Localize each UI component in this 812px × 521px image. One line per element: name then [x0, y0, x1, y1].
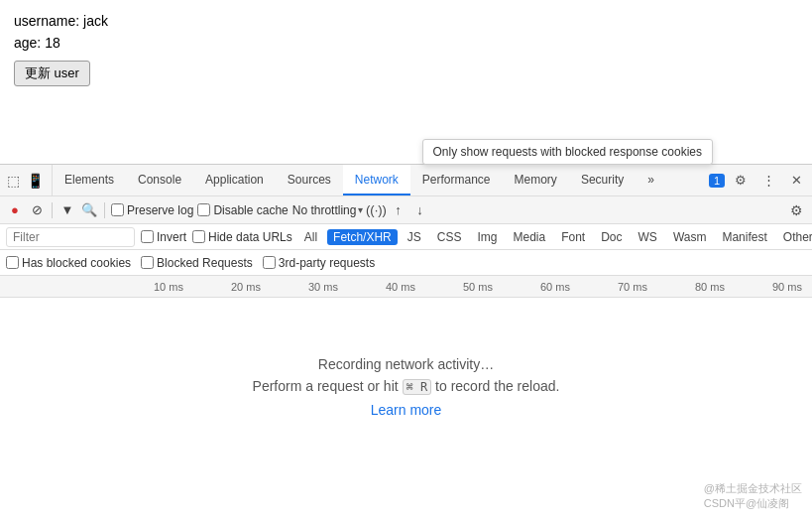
tab-more[interactable]: »	[636, 165, 666, 195]
has-blocked-cookies-label[interactable]: Has blocked cookies	[6, 256, 131, 270]
devtools-icons: ⬚ 📱	[4, 165, 53, 195]
hide-data-urls-label[interactable]: Hide data URLs	[192, 230, 292, 244]
tick-90ms: 90 ms	[772, 281, 812, 293]
network-settings-icon[interactable]: ⚙	[786, 200, 806, 220]
tick-50ms: 50 ms	[463, 281, 540, 293]
throttle-arrow-icon: ▾	[358, 204, 363, 215]
tooltip-box: Only show requests with blocked response…	[422, 139, 713, 165]
learn-more-link[interactable]: Learn more	[371, 402, 442, 418]
upload-icon[interactable]: ↑	[389, 201, 406, 219]
recording-text: Recording network activity…	[318, 356, 494, 372]
tab-list: Elements Console Application Sources Net…	[53, 165, 709, 195]
filter-chip-manifest[interactable]: Manifest	[716, 229, 772, 245]
devtools-panel: ⬚ 📱 Elements Console Application Sources…	[0, 164, 812, 476]
has-blocked-cookies-checkbox[interactable]	[6, 256, 19, 269]
filter-chip-fetch-xhr[interactable]: Fetch/XHR	[327, 229, 398, 245]
subfilter-bar: Has blocked cookies Blocked Requests 3rd…	[0, 250, 812, 276]
separator-2	[104, 202, 105, 218]
filter-chip-img[interactable]: Img	[471, 229, 503, 245]
throttle-label: No throttling	[292, 203, 357, 217]
filter-chip-doc[interactable]: Doc	[595, 229, 628, 245]
third-party-label[interactable]: 3rd-party requests	[263, 256, 375, 270]
close-devtools-button[interactable]: ✕	[784, 169, 808, 193]
tick-80ms: 80 ms	[695, 281, 772, 293]
tick-70ms: 70 ms	[618, 281, 695, 293]
age-label: age: 18	[14, 32, 798, 54]
update-user-button[interactable]: 更新 user	[14, 61, 90, 86]
tab-memory[interactable]: Memory	[503, 165, 569, 195]
filter-chip-media[interactable]: Media	[507, 229, 551, 245]
device-icon[interactable]: 📱	[26, 172, 44, 190]
watermark: @稀土掘金技术社区CSDN平@仙凌阁	[704, 481, 802, 511]
record-button[interactable]: ●	[6, 201, 24, 219]
tab-application[interactable]: Application	[193, 165, 276, 195]
more-options-button[interactable]: ⋮	[756, 169, 780, 193]
notification-badge[interactable]: 1	[709, 174, 725, 188]
tick-40ms: 40 ms	[386, 281, 463, 293]
tab-network[interactable]: Network	[343, 165, 410, 195]
filter-chip-all[interactable]: All	[298, 229, 323, 245]
filter-button[interactable]: ▼	[58, 201, 76, 219]
hide-data-urls-checkbox[interactable]	[192, 230, 205, 243]
filter-chip-css[interactable]: CSS	[431, 229, 468, 245]
tabs-bar: ⬚ 📱 Elements Console Application Sources…	[0, 165, 812, 196]
tab-performance[interactable]: Performance	[410, 165, 503, 195]
filter-input[interactable]	[6, 227, 135, 247]
search-button[interactable]: 🔍	[80, 201, 98, 219]
filter-chip-other[interactable]: Other	[777, 229, 812, 245]
disable-cache-label[interactable]: Disable cache	[197, 203, 288, 217]
tab-sources[interactable]: Sources	[276, 165, 343, 195]
preserve-log-label[interactable]: Preserve log	[111, 203, 193, 217]
invert-checkbox[interactable]	[141, 230, 154, 243]
tab-security[interactable]: Security	[569, 165, 636, 195]
filter-chips: All Fetch/XHR JS CSS Img Media Font Doc …	[298, 229, 812, 245]
inspect-icon[interactable]: ⬚	[4, 172, 22, 190]
download-icon[interactable]: ↓	[410, 201, 428, 219]
tick-30ms: 30 ms	[308, 281, 386, 293]
filter-chip-js[interactable]: JS	[402, 229, 427, 245]
disable-cache-checkbox[interactable]	[197, 203, 210, 216]
tooltip-area: Only show requests with blocked response…	[0, 134, 812, 164]
filter-chip-wasm[interactable]: Wasm	[667, 229, 713, 245]
invert-label[interactable]: Invert	[141, 230, 186, 244]
main-panel: Recording network activity… Perform a re…	[0, 298, 812, 476]
wifi-icon[interactable]: ((·))	[367, 201, 385, 219]
blocked-requests-label[interactable]: Blocked Requests	[141, 256, 253, 270]
clear-button[interactable]: ⊘	[28, 201, 46, 219]
blocked-requests-checkbox[interactable]	[141, 256, 154, 269]
throttle-control[interactable]: No throttling ▾	[292, 203, 364, 217]
tick-10ms: 10 ms	[154, 281, 231, 293]
third-party-checkbox[interactable]	[263, 256, 276, 269]
tick-60ms: 60 ms	[540, 281, 618, 293]
settings-button[interactable]: ⚙	[729, 169, 753, 193]
tab-elements[interactable]: Elements	[53, 165, 126, 195]
tab-right-controls: 1 ⚙ ⋮ ✕	[709, 169, 812, 193]
timeline-header: 10 ms 20 ms 30 ms 40 ms 50 ms 60 ms 70 m…	[0, 276, 812, 298]
filter-chip-font[interactable]: Font	[555, 229, 591, 245]
network-toolbar: ● ⊘ ▼ 🔍 Preserve log Disable cache No th…	[0, 196, 812, 224]
perform-text: Perform a request or hit ⌘ R to record t…	[253, 378, 560, 394]
preserve-log-checkbox[interactable]	[111, 203, 124, 216]
filter-chip-ws[interactable]: WS	[633, 229, 663, 245]
username-label: username: jack	[14, 10, 798, 32]
filter-bar: Invert Hide data URLs All Fetch/XHR JS C…	[0, 224, 812, 250]
tab-console[interactable]: Console	[126, 165, 193, 195]
tick-20ms: 20 ms	[231, 281, 308, 293]
separator-1	[52, 202, 53, 218]
cmd-key: ⌘ R	[403, 379, 432, 395]
page-content: username: jack age: 18 更新 user	[0, 0, 812, 134]
